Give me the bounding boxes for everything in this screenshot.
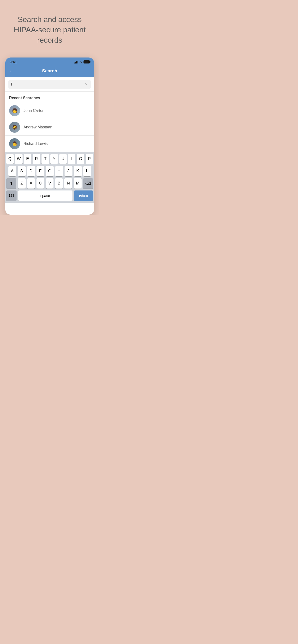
- recent-searches-header: Recent Searches: [5, 92, 94, 102]
- return-key[interactable]: return: [74, 190, 93, 201]
- key-y[interactable]: Y: [50, 154, 58, 164]
- key-f[interactable]: F: [37, 166, 44, 176]
- status-time: 9:41: [10, 60, 17, 64]
- battery-icon: [83, 60, 90, 64]
- key-w[interactable]: W: [15, 154, 23, 164]
- nav-bar: ← Search: [5, 66, 94, 78]
- list-item[interactable]: 🧔 Andrew Mastaan: [5, 119, 94, 136]
- keyboard-row-bottom: 123 space return: [6, 190, 93, 201]
- search-container: ×: [5, 78, 94, 92]
- key-i[interactable]: I: [68, 154, 76, 164]
- key-c[interactable]: C: [37, 178, 44, 188]
- key-t[interactable]: T: [42, 154, 49, 164]
- key-s[interactable]: S: [18, 166, 26, 176]
- patient-name: John Carter: [24, 108, 44, 113]
- key-e[interactable]: E: [24, 154, 32, 164]
- list-item[interactable]: 👨 Richard Lewis: [5, 136, 94, 152]
- avatar-initials: 👨: [12, 141, 17, 146]
- shift-key[interactable]: ⬆: [6, 178, 16, 188]
- space-key[interactable]: space: [18, 190, 72, 201]
- nav-title: Search: [42, 68, 57, 74]
- keyboard-row-1: Q W E R T Y U I O P: [6, 154, 93, 164]
- search-input[interactable]: [11, 82, 84, 86]
- key-j[interactable]: J: [65, 166, 72, 176]
- key-b[interactable]: B: [55, 178, 63, 188]
- keyboard-row-2: A S D F G H J K L: [6, 166, 93, 176]
- key-n[interactable]: N: [64, 178, 72, 188]
- key-v[interactable]: V: [46, 178, 54, 188]
- key-k[interactable]: K: [74, 166, 82, 176]
- key-x[interactable]: X: [27, 178, 35, 188]
- signal-icon: [74, 60, 78, 64]
- key-a[interactable]: A: [9, 166, 16, 176]
- key-u[interactable]: U: [59, 154, 67, 164]
- key-q[interactable]: Q: [6, 154, 14, 164]
- key-h[interactable]: H: [55, 166, 63, 176]
- patient-name: Richard Lewis: [24, 142, 48, 146]
- key-r[interactable]: R: [33, 154, 40, 164]
- back-button[interactable]: ←: [9, 68, 14, 74]
- avatar-initials: 🧑: [12, 108, 17, 113]
- search-input-wrapper[interactable]: ×: [8, 80, 91, 89]
- avatar: 🧑: [9, 105, 20, 116]
- key-p[interactable]: P: [86, 154, 93, 164]
- avatar: 👨: [9, 138, 20, 149]
- hero-title: Search and access HIPAA-secure patient r…: [0, 0, 99, 58]
- status-icons: ∿: [74, 60, 90, 64]
- key-m[interactable]: M: [74, 178, 82, 188]
- phone-frame: 9:41 ∿ ← Search × Recent Searches 🧑 Jo: [5, 58, 94, 215]
- patient-name: Andrew Mastaan: [24, 125, 52, 130]
- keyboard: Q W E R T Y U I O P A S D F G H J K L ⬆ …: [5, 152, 94, 203]
- status-bar: 9:41 ∿: [5, 58, 94, 66]
- key-z[interactable]: Z: [18, 178, 26, 188]
- numbers-key[interactable]: 123: [6, 190, 17, 201]
- key-g[interactable]: G: [46, 166, 54, 176]
- avatar-initials: 🧔: [12, 124, 17, 130]
- avatar: 🧔: [9, 122, 20, 133]
- backspace-key[interactable]: ⌫: [83, 178, 93, 188]
- key-o[interactable]: O: [77, 154, 84, 164]
- recent-searches-section: Recent Searches 🧑 John Carter 🧔 Andrew M…: [5, 92, 94, 152]
- key-l[interactable]: L: [83, 166, 91, 176]
- key-d[interactable]: D: [27, 166, 35, 176]
- keyboard-row-3: ⬆ Z X C V B N M ⌫: [6, 178, 93, 188]
- clear-button[interactable]: ×: [84, 82, 88, 87]
- list-item[interactable]: 🧑 John Carter: [5, 102, 94, 119]
- wifi-icon: ∿: [79, 60, 82, 64]
